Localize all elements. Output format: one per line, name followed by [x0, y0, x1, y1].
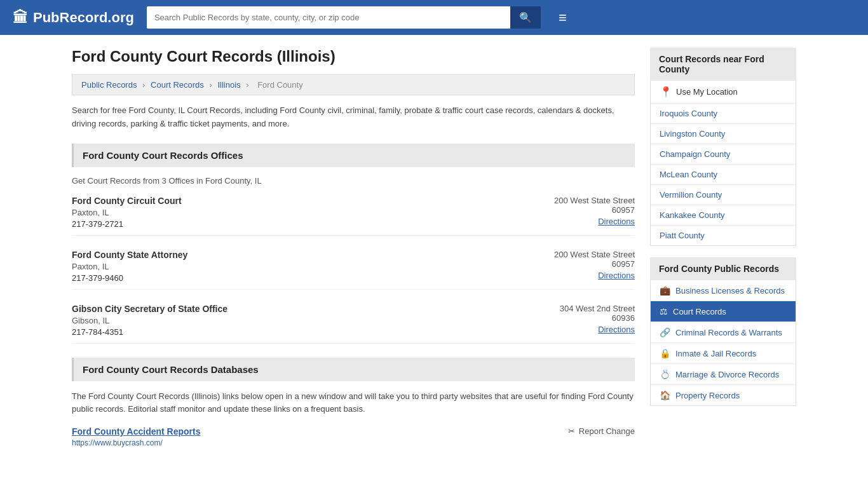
site-header: 🏛 PubRecord.org 🔍 ≡	[0, 0, 868, 35]
office-right-3: 304 West 2nd Street 60936 Directions	[560, 304, 635, 337]
report-change-button[interactable]: ✂ Report Change	[568, 426, 635, 436]
site-logo[interactable]: 🏛 PubRecord.org	[13, 9, 134, 27]
use-location-item[interactable]: 📍 Use My Location	[651, 81, 796, 104]
business-icon: 💼	[660, 285, 670, 295]
public-records-item-0[interactable]: 💼 Business Licenses & Records	[651, 280, 796, 301]
office-left-2: Ford County State Attorney Paxton, IL 21…	[72, 250, 187, 283]
page-title: Ford County Court Records (Illinois)	[72, 48, 635, 65]
office-name-3: Gibson City Secretary of State Office	[72, 304, 227, 314]
public-records-item-4[interactable]: 💍 Marriage & Divorce Records	[651, 364, 796, 385]
location-icon: 📍	[660, 86, 672, 98]
office-right-1: 200 West State Street 60957 Directions	[554, 196, 635, 229]
office-right-2: 200 West State Street 60957 Directions	[554, 250, 635, 283]
office-address-2: 200 West State Street	[554, 250, 635, 259]
nearby-county-0[interactable]: Iroquois County	[651, 104, 796, 124]
property-icon: 🏠	[660, 390, 670, 400]
db-link-row: Ford County Accident Reports https://www…	[72, 426, 635, 447]
logo-icon: 🏛	[13, 9, 28, 27]
search-input[interactable]	[147, 6, 510, 29]
breadcrumb-court-records[interactable]: Court Records	[151, 80, 204, 90]
breadcrumb-sep-2: ›	[209, 80, 212, 90]
inmate-icon: 🔒	[660, 348, 670, 358]
office-phone-3: 217-784-4351	[72, 327, 227, 337]
office-left-1: Ford County Circuit Court Paxton, IL 217…	[72, 196, 182, 229]
breadcrumb-sep-3: ›	[246, 80, 248, 90]
office-entry-2: Ford County State Attorney Paxton, IL 21…	[72, 250, 635, 290]
office-name-1: Ford County Circuit Court	[72, 196, 182, 206]
nearby-county-3[interactable]: McLean County	[651, 165, 796, 185]
search-icon: 🔍	[519, 12, 532, 23]
office-zip-2: 60957	[554, 259, 635, 269]
report-change-label: Report Change	[579, 426, 635, 436]
search-button[interactable]: 🔍	[510, 6, 541, 29]
breadcrumb-public-records[interactable]: Public Records	[81, 80, 137, 90]
directions-link-1[interactable]: Directions	[598, 217, 635, 226]
breadcrumb-illinois[interactable]: Illinois	[217, 80, 240, 90]
directions-link-2[interactable]: Directions	[598, 271, 635, 280]
offices-count: Get Court Records from 3 Offices in Ford…	[72, 176, 635, 186]
office-entry: Ford County Circuit Court Paxton, IL 217…	[72, 196, 635, 236]
offices-section-header: Ford County Court Records Offices	[72, 144, 635, 167]
breadcrumb-sep-1: ›	[142, 80, 145, 90]
public-records-item-2[interactable]: 🔗 Criminal Records & Warrants	[651, 322, 796, 343]
databases-section-header: Ford County Court Records Databases	[72, 358, 635, 381]
nearby-section-header: Court Records near Ford County	[650, 48, 796, 81]
office-city-1: Paxton, IL	[72, 208, 182, 217]
nearby-county-2[interactable]: Champaign County	[651, 144, 796, 165]
nearby-county-6[interactable]: Piatt County	[651, 226, 796, 245]
office-city-3: Gibson, IL	[72, 316, 227, 325]
office-entry-3: Gibson City Secretary of State Office Gi…	[72, 304, 635, 344]
db-link-accident-reports[interactable]: Ford County Accident Reports	[72, 426, 201, 437]
public-records-item-5[interactable]: 🏠 Property Records	[651, 385, 796, 405]
use-location-label: Use My Location	[676, 87, 738, 97]
nearby-county-1[interactable]: Livingston County	[651, 124, 796, 144]
public-records-item-1[interactable]: ⚖ Court Records	[651, 301, 796, 322]
marriage-icon: 💍	[660, 369, 670, 379]
db-link-block: Ford County Accident Reports https://www…	[72, 426, 201, 447]
breadcrumb-ford-county: Ford County	[257, 80, 303, 90]
sidebar: Court Records near Ford County 📍 Use My …	[650, 48, 796, 447]
nearby-county-5[interactable]: Kankakee County	[651, 205, 796, 226]
office-name-2: Ford County State Attorney	[72, 250, 187, 260]
public-records-section-header: Ford County Public Records	[650, 257, 796, 280]
page-description: Search for free Ford County, IL Court Re…	[72, 104, 635, 131]
content-area: Ford County Court Records (Illinois) Pub…	[72, 48, 635, 447]
nearby-list: 📍 Use My Location Iroquois County Living…	[650, 81, 796, 246]
directions-link-3[interactable]: Directions	[598, 325, 635, 334]
office-zip-3: 60936	[560, 313, 635, 323]
databases-description: The Ford County Court Records (Illinois)…	[72, 390, 635, 417]
office-phone-1: 217-379-2721	[72, 219, 182, 229]
breadcrumb: Public Records › Court Records › Illinoi…	[72, 74, 635, 95]
criminal-icon: 🔗	[660, 327, 670, 337]
search-bar: 🔍	[147, 6, 541, 29]
hamburger-menu[interactable]: ≡	[559, 10, 567, 26]
office-zip-1: 60957	[554, 205, 635, 215]
report-change-icon: ✂	[568, 426, 575, 436]
office-left-3: Gibson City Secretary of State Office Gi…	[72, 304, 227, 337]
main-container: Ford County Court Records (Illinois) Pub…	[59, 35, 809, 460]
db-link-url: https://www.buycrash.com/	[72, 438, 201, 447]
office-city-2: Paxton, IL	[72, 262, 187, 271]
public-records-list: 💼 Business Licenses & Records ⚖ Court Re…	[650, 280, 796, 406]
court-icon: ⚖	[660, 306, 668, 316]
public-records-item-3[interactable]: 🔒 Inmate & Jail Records	[651, 343, 796, 364]
nearby-county-4[interactable]: Vermilion County	[651, 185, 796, 205]
office-address-3: 304 West 2nd Street	[560, 304, 635, 313]
office-phone-2: 217-379-9460	[72, 273, 187, 283]
office-address-1: 200 West State Street	[554, 196, 635, 205]
logo-text: PubRecord.org	[33, 10, 134, 26]
